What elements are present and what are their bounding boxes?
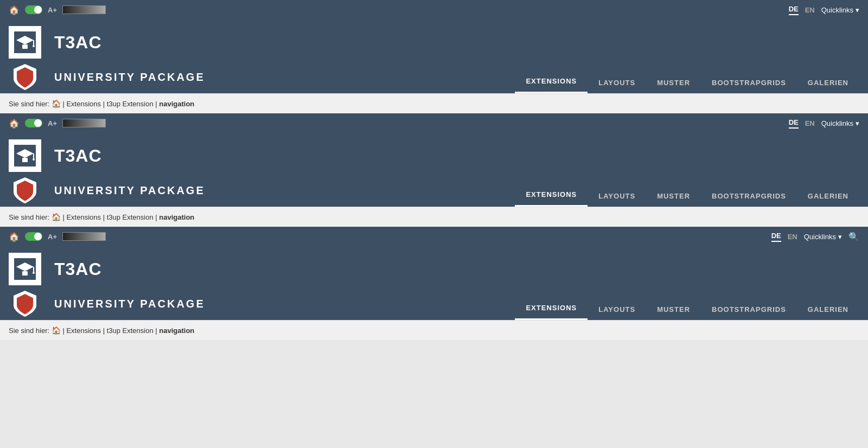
svg-rect-2: [22, 44, 28, 49]
brand-subtitle-2: UNIVERSITY PACKAGE: [54, 184, 205, 197]
breadcrumb-prefix-2: Sie sind hier:: [9, 213, 49, 221]
section-2: 🏠 A+ DE EN Quicklinks ▾: [0, 113, 868, 227]
nav-layouts-3[interactable]: LAYOUTS: [588, 301, 646, 320]
breadcrumb-2: Sie sind hier: 🏠 | Extensions | t3up Ext…: [0, 207, 868, 227]
breadcrumb-link2-2[interactable]: t3up Extension: [107, 213, 154, 221]
logo-row-top-2: T3AC: [9, 139, 205, 172]
nav-galerien-2[interactable]: GALERIEN: [797, 188, 859, 207]
top-bar-right-1: DE EN Quicklinks ▾: [789, 5, 859, 15]
logo-box-top-1: [9, 26, 41, 59]
home-icon-3[interactable]: 🏠: [9, 232, 20, 242]
breadcrumb-home-icon-2[interactable]: 🏠: [52, 213, 61, 221]
lang-en-2[interactable]: EN: [805, 119, 815, 127]
top-bar-left-2: 🏠 A+: [9, 118, 106, 129]
brand-title-1: T3AC: [54, 33, 102, 53]
nav-extensions-3[interactable]: EXTENSIONS: [515, 299, 588, 320]
lang-en-3[interactable]: EN: [788, 233, 797, 241]
graduation-cap-icon-1: [14, 31, 36, 53]
home-icon-1[interactable]: 🏠: [9, 5, 20, 15]
toggle-switch-1[interactable]: [25, 5, 42, 14]
logo-row-bottom-2: UNIVERSITY PACKAGE: [9, 174, 205, 207]
top-bar-3: 🏠 A+ DE EN Quicklinks ▾ 🔍: [0, 227, 868, 246]
lang-de-1[interactable]: DE: [789, 5, 799, 15]
breadcrumb-link1-3[interactable]: Extensions: [66, 327, 101, 335]
breadcrumb-current-1: navigation: [159, 100, 194, 108]
breadcrumb-current-3: navigation: [159, 327, 194, 335]
header-3: T3AC UNIVERSITY PACKAGE EXTENSIONS LAYOU…: [0, 246, 868, 320]
main-nav-3: EXTENSIONS LAYOUTS MUSTER BOOTSTRAPGRIDS…: [515, 299, 859, 320]
logo-box-bottom-3: [9, 287, 41, 320]
svg-rect-14: [22, 271, 28, 276]
contrast-bar-1[interactable]: [62, 5, 106, 14]
breadcrumb-prefix-1: Sie sind hier:: [9, 100, 49, 108]
search-icon-3[interactable]: 🔍: [848, 232, 859, 242]
top-bar-right-3: DE EN Quicklinks ▾ 🔍: [771, 232, 859, 242]
brand-subtitle-1: UNIVERSITY PACKAGE: [54, 71, 205, 84]
top-bar-2: 🏠 A+ DE EN Quicklinks ▾: [0, 113, 868, 133]
lang-de-3[interactable]: DE: [771, 232, 781, 242]
logo-box-top-2: [9, 139, 41, 172]
quicklinks-btn-1[interactable]: Quicklinks ▾: [821, 6, 859, 14]
breadcrumb-link2-1[interactable]: t3up Extension: [107, 100, 154, 108]
nav-extensions-1[interactable]: EXTENSIONS: [515, 73, 588, 93]
logo-row-top-1: T3AC: [9, 26, 205, 59]
contrast-bar-2[interactable]: [62, 119, 106, 127]
svg-point-10: [33, 158, 35, 161]
home-icon-2[interactable]: 🏠: [9, 118, 20, 129]
svg-point-16: [33, 272, 35, 274]
breadcrumb-sep2-3: |: [103, 327, 107, 335]
svg-rect-8: [22, 158, 28, 162]
nav-bootstrapgrids-2[interactable]: BOOTSTRAPGRIDS: [701, 188, 797, 207]
nav-bootstrapgrids-1[interactable]: BOOTSTRAPGRIDS: [701, 74, 797, 93]
toggle-switch-3[interactable]: [25, 232, 42, 241]
top-bar-left-1: 🏠 A+: [9, 5, 106, 15]
top-bar-left-3: 🏠 A+: [9, 232, 106, 242]
quicklinks-btn-3[interactable]: Quicklinks ▾: [804, 233, 842, 241]
nav-extensions-2[interactable]: EXTENSIONS: [515, 186, 588, 207]
logo-row-bottom-3: UNIVERSITY PACKAGE: [9, 287, 205, 320]
font-size-btn-3[interactable]: A+: [48, 233, 57, 241]
main-nav-1: EXTENSIONS LAYOUTS MUSTER BOOTSTRAPGRIDS…: [515, 73, 859, 93]
logo-box-bottom-1: [9, 61, 41, 93]
quicklinks-btn-2[interactable]: Quicklinks ▾: [821, 119, 859, 127]
brand-subtitle-3: UNIVERSITY PACKAGE: [54, 298, 205, 310]
breadcrumb-sep2-1: |: [103, 100, 107, 108]
lang-en-1[interactable]: EN: [805, 6, 815, 14]
nav-muster-2[interactable]: MUSTER: [646, 188, 701, 207]
toggle-switch-2[interactable]: [25, 119, 42, 127]
nav-layouts-2[interactable]: LAYOUTS: [588, 188, 646, 207]
font-size-btn-2[interactable]: A+: [48, 119, 57, 127]
nav-bootstrapgrids-3[interactable]: BOOTSTRAPGRIDS: [701, 301, 797, 320]
breadcrumb-prefix-3: Sie sind hier:: [9, 327, 49, 335]
graduation-cap-icon-3: [14, 258, 36, 280]
shield-icon-1: [9, 61, 41, 93]
nav-galerien-1[interactable]: GALERIEN: [797, 74, 859, 93]
logos-col-2: T3AC UNIVERSITY PACKAGE: [9, 139, 205, 207]
breadcrumb-link1-1[interactable]: Extensions: [66, 100, 101, 108]
breadcrumb-home-icon-1[interactable]: 🏠: [52, 99, 61, 108]
breadcrumb-3: Sie sind hier: 🏠 | Extensions | t3up Ext…: [0, 320, 868, 340]
contrast-bar-3[interactable]: [62, 232, 106, 241]
logo-box-top-3: [9, 253, 41, 285]
font-size-btn-1[interactable]: A+: [48, 6, 57, 14]
nav-layouts-1[interactable]: LAYOUTS: [588, 74, 646, 93]
graduation-cap-icon-2: [14, 145, 36, 167]
breadcrumb-home-icon-3[interactable]: 🏠: [52, 326, 61, 335]
logos-col-1: T3AC UNIVERSITY PACKAGE: [9, 26, 205, 93]
shield-icon-2: [9, 174, 41, 207]
breadcrumb-link2-3[interactable]: t3up Extension: [107, 327, 154, 335]
section-1: 🏠 A+ DE EN Quicklinks ▾: [0, 0, 868, 113]
nav-galerien-3[interactable]: GALERIEN: [797, 301, 859, 320]
header-1: T3AC UNIVERSITY PACKAGE EXTENSIONS LAYOU…: [0, 20, 868, 93]
logo-row-top-3: T3AC: [9, 253, 205, 285]
nav-muster-1[interactable]: MUSTER: [646, 74, 701, 93]
breadcrumb-sep2-2: |: [103, 213, 107, 221]
logo-box-bottom-2: [9, 174, 41, 207]
nav-muster-3[interactable]: MUSTER: [646, 301, 701, 320]
breadcrumb-link1-2[interactable]: Extensions: [66, 213, 101, 221]
lang-de-2[interactable]: DE: [789, 118, 799, 129]
brand-title-2: T3AC: [54, 146, 102, 166]
breadcrumb-1: Sie sind hier: 🏠 | Extensions | t3up Ext…: [0, 93, 868, 113]
top-bar-1: 🏠 A+ DE EN Quicklinks ▾: [0, 0, 868, 20]
header-2: T3AC UNIVERSITY PACKAGE EXTENSIONS LAYOU…: [0, 133, 868, 207]
